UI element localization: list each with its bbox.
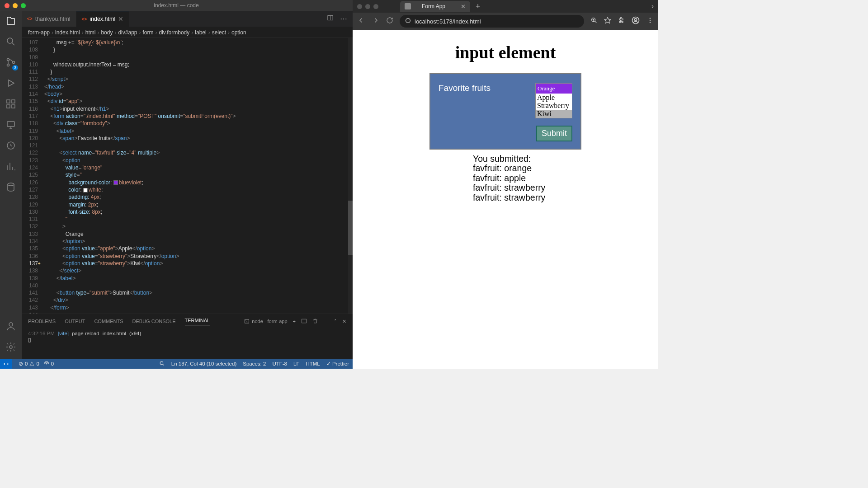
panel-tab[interactable]: COMMENTS: [94, 319, 123, 324]
close-tab-icon[interactable]: ✕: [461, 3, 466, 10]
run-debug-icon[interactable]: [5, 78, 16, 90]
split-terminal-icon[interactable]: [301, 318, 307, 325]
editor-tab[interactable]: <>thankyou.html: [22, 11, 76, 27]
cursor-position[interactable]: Ln 137, Col 40 (10 selected): [171, 361, 236, 366]
svg-point-11: [9, 323, 13, 326]
zoom-icon[interactable]: [590, 17, 598, 26]
breadcrumb-item[interactable]: index.html: [55, 29, 80, 36]
extensions-icon[interactable]: [618, 17, 625, 26]
eol-status[interactable]: LF: [293, 361, 299, 366]
breadcrumb-item[interactable]: label: [195, 29, 206, 36]
url-bar[interactable]: localhost:5173/index.html: [400, 15, 584, 28]
lightbulb-icon[interactable]: ✦: [37, 260, 41, 267]
close-window-icon[interactable]: [5, 3, 9, 8]
more-actions-icon[interactable]: ⋯: [340, 14, 347, 23]
extensions-icon[interactable]: [5, 99, 16, 111]
breadcrumb-item[interactable]: select: [212, 29, 226, 36]
url-text: localhost:5173/index.html: [415, 18, 481, 25]
close-tab-icon[interactable]: ✕: [118, 15, 123, 23]
breadcrumb[interactable]: form-app›index.html›html›body›div#app›fo…: [22, 27, 353, 38]
panel-tab[interactable]: OUTPUT: [65, 319, 85, 324]
page-heading: input element: [429, 42, 582, 62]
back-button[interactable]: [357, 16, 365, 26]
remote-icon[interactable]: [5, 119, 16, 132]
breadcrumb-item[interactable]: form-app: [28, 29, 50, 36]
form-label: Favorite fruits: [439, 83, 491, 93]
remote-indicator[interactable]: [0, 359, 12, 369]
line-numbers: 1071081091101111121131141151161171181191…: [22, 38, 44, 314]
kill-terminal-icon[interactable]: [312, 318, 318, 325]
breadcrumb-item[interactable]: form: [142, 29, 153, 36]
explorer-icon[interactable]: [5, 15, 16, 28]
zoom-window-icon[interactable]: [373, 4, 378, 9]
settings-icon[interactable]: [5, 342, 16, 354]
breadcrumb-item[interactable]: option: [231, 29, 246, 36]
site-info-icon[interactable]: [405, 18, 411, 25]
breadcrumb-item[interactable]: html: [85, 29, 96, 36]
titlebar: index.html — code: [0, 0, 353, 11]
menu-icon[interactable]: [646, 17, 654, 26]
minimize-window-icon[interactable]: [13, 3, 18, 8]
terminal-output[interactable]: 4:32:16 PM [vite] page reload index.html…: [22, 328, 353, 359]
split-editor-icon[interactable]: [327, 14, 334, 23]
breadcrumb-item[interactable]: div.formbody: [159, 29, 189, 36]
terminal-task-icon[interactable]: node - form-app: [244, 319, 287, 324]
bottom-panel: PROBLEMSOUTPUTCOMMENTSDEBUG CONSOLETERMI…: [22, 314, 353, 359]
window-menu-icon[interactable]: ›: [651, 2, 654, 10]
new-terminal-icon[interactable]: +: [293, 319, 296, 324]
problems-status[interactable]: ⊘0⚠0: [19, 361, 39, 367]
activity-bar: 3: [0, 11, 22, 359]
panel-tab[interactable]: DEBUG CONSOLE: [132, 319, 176, 324]
select-option[interactable]: Orange: [536, 84, 572, 94]
language-status[interactable]: HTML: [306, 361, 320, 366]
editor-tab[interactable]: <>index.html✕: [76, 11, 130, 27]
breadcrumb-item[interactable]: div#app: [118, 29, 137, 36]
svg-point-17: [160, 361, 163, 365]
select-option[interactable]: Apple: [536, 94, 572, 102]
more-panel-icon[interactable]: ⋯: [324, 319, 329, 324]
testing-icon[interactable]: [5, 140, 16, 153]
forward-button[interactable]: [372, 16, 380, 26]
maximize-panel-icon[interactable]: ˄: [334, 319, 337, 324]
svg-rect-7: [12, 105, 15, 108]
breadcrumb-item[interactable]: body: [101, 29, 113, 36]
profile-icon[interactable]: [631, 16, 640, 27]
svg-point-16: [46, 363, 47, 364]
close-window-icon[interactable]: [357, 4, 362, 9]
submit-button[interactable]: Submit: [536, 126, 572, 141]
new-tab-button[interactable]: +: [473, 2, 483, 11]
scrollbar[interactable]: [348, 38, 353, 314]
graph-icon[interactable]: [5, 161, 16, 174]
svg-point-24: [650, 22, 651, 23]
reload-button[interactable]: [386, 17, 393, 26]
encoding-status[interactable]: UTF-8: [272, 361, 287, 366]
svg-rect-8: [7, 122, 14, 127]
indent-status[interactable]: Spaces: 2: [243, 361, 266, 366]
select-option[interactable]: Strawberry: [536, 102, 572, 110]
panel-tab[interactable]: TERMINAL: [185, 318, 210, 325]
search-icon[interactable]: [5, 36, 16, 49]
fruit-select[interactable]: OrangeAppleStrawberryKiwi: [535, 83, 572, 118]
code-editor[interactable]: msg += `${key}: ${value}\n`; } window.ou…: [44, 38, 353, 314]
find-icon[interactable]: [159, 361, 165, 367]
close-panel-icon[interactable]: ✕: [342, 319, 346, 324]
select-option[interactable]: Kiwi: [536, 110, 572, 118]
browser-tab[interactable]: Form App ✕: [400, 1, 470, 12]
ports-status[interactable]: 0: [44, 361, 54, 366]
panel-tab[interactable]: PROBLEMS: [28, 319, 56, 324]
html-file-icon: <>: [82, 17, 87, 22]
zoom-window-icon[interactable]: [21, 3, 26, 8]
minimize-window-icon[interactable]: [365, 4, 370, 9]
account-icon[interactable]: [5, 321, 16, 333]
status-bar: ⊘0⚠0 0 Ln 137, Col 40 (10 selected) Spac…: [0, 359, 353, 369]
source-control-icon[interactable]: 3: [5, 57, 16, 70]
database-icon[interactable]: [5, 182, 16, 194]
scm-badge: 3: [12, 65, 18, 70]
vscode-window: index.html — code 3 <>thankyou: [0, 0, 353, 369]
form-container: Favorite fruits OrangeAppleStrawberryKiw…: [429, 73, 581, 150]
prettier-status[interactable]: ✓ Prettier: [326, 361, 349, 367]
bookmark-icon[interactable]: [604, 17, 611, 26]
svg-point-0: [7, 38, 13, 43]
svg-rect-5: [12, 100, 15, 103]
browser-titlebar: Form App ✕ + ›: [353, 0, 658, 13]
